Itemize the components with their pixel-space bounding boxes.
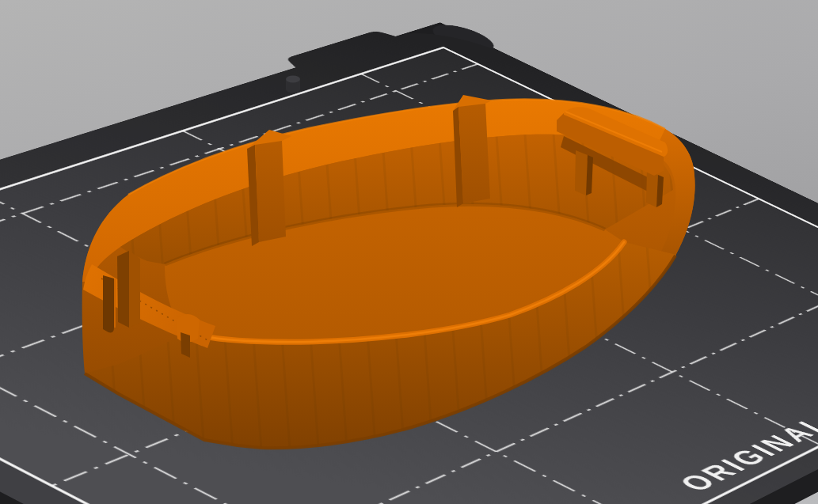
clip-leg-right: [646, 170, 658, 207]
left-hook-shadow: [181, 332, 190, 358]
clip-leg-left: [575, 150, 588, 195]
left-wall-edge: [129, 251, 140, 328]
viewport-3d[interactable]: ORIGINAL: [0, 0, 818, 504]
left-slot: [103, 275, 114, 332]
bed-knob: [286, 76, 300, 93]
model-object[interactable]: [82, 95, 695, 448]
left-wall-edge-dark: [117, 251, 129, 328]
